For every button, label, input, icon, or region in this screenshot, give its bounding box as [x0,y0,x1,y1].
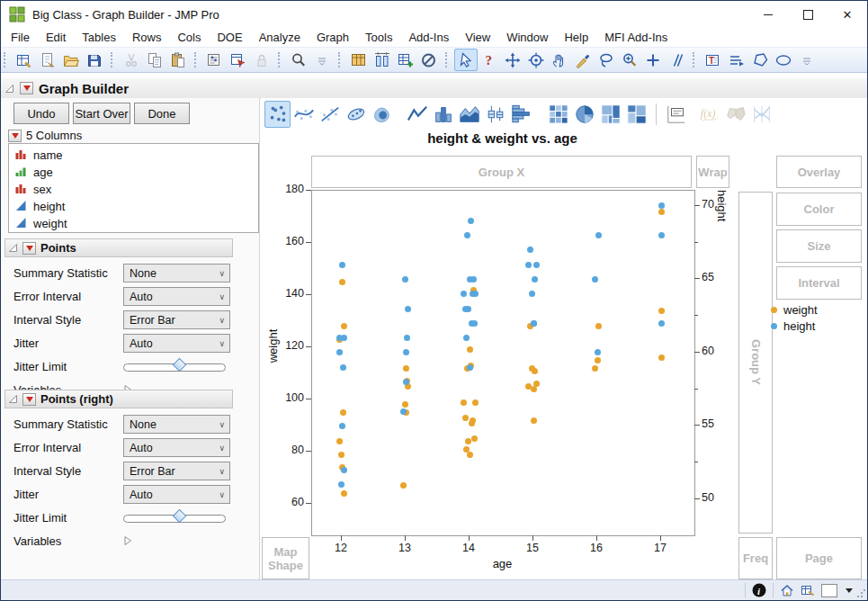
data-point-weight[interactable] [532,368,538,374]
exclude-icon[interactable] [417,49,441,71]
element-box-plot-icon[interactable] [482,101,508,128]
toolbar-group-handle[interactable] [445,52,451,67]
error-interval-select[interactable]: Auto∨ [123,438,230,457]
done-button[interactable]: Done [134,103,190,124]
paste-icon[interactable] [166,49,190,71]
help-icon[interactable]: ? [478,49,501,71]
data-point-weight[interactable] [400,482,407,489]
toolbar-overflow-icon[interactable] [795,49,819,71]
interval-style-select[interactable]: Error Bar∨ [123,310,230,329]
panel-header-points-right[interactable]: Points (right) [4,390,233,408]
menu-doe[interactable]: DOE [209,29,250,46]
save-icon[interactable] [83,49,106,71]
data-point-weight[interactable] [595,357,601,363]
menu-cols[interactable]: Cols [169,29,209,46]
data-point-height[interactable] [525,262,532,268]
element-line-of-fit-icon[interactable] [317,101,343,128]
data-point-weight[interactable] [465,438,471,444]
menu-add-ins[interactable]: Add-Ins [400,29,457,46]
menu-tools[interactable]: Tools [357,29,400,46]
data-point-height[interactable] [400,408,407,415]
data-point-height[interactable] [592,276,598,283]
red-triangle-menu-icon[interactable] [22,242,36,255]
data-point-height[interactable] [658,202,665,209]
data-point-height[interactable] [403,379,409,385]
data-point-weight[interactable] [403,365,409,372]
data-point-weight[interactable] [531,417,537,424]
data-point-height[interactable] [338,481,345,488]
data-point-height[interactable] [658,320,665,327]
element-heatmap-icon[interactable] [545,101,571,128]
line-annotation-icon[interactable] [725,49,748,71]
data-point-height[interactable] [405,306,411,312]
data-point-height[interactable] [532,276,538,283]
legend-item-weight[interactable]: weight [771,301,818,318]
graph-builder-outline-header[interactable]: Graph Builder [1,78,867,99]
data-point-height[interactable] [464,232,470,238]
column-item-age[interactable]: age [9,164,258,181]
data-point-weight[interactable] [595,323,602,329]
menu-edit[interactable]: Edit [38,29,74,46]
data-point-weight[interactable] [341,323,347,329]
element-area-icon[interactable] [456,101,482,128]
jitter-select[interactable]: Auto∨ [123,334,230,353]
data-point-height[interactable] [472,291,479,297]
drop-zone-group-y[interactable]: Group Y [738,192,773,534]
data-point-height[interactable] [533,262,540,268]
element-histogram-icon[interactable] [508,101,534,128]
data-point-height[interactable] [595,232,602,238]
right-y-axis-title[interactable]: height [715,190,729,534]
start-over-button[interactable]: Start Over [73,103,130,124]
outline-disclosure-icon[interactable] [4,84,14,94]
display-swatch-icon[interactable] [821,584,837,597]
error-interval-select[interactable]: Auto∨ [123,287,230,306]
scatter-plot-area[interactable] [311,190,695,536]
data-point-height[interactable] [595,349,601,355]
drop-zone-interval[interactable]: Interval [776,266,862,300]
menu-view[interactable]: View [457,29,498,46]
brush-icon[interactable] [571,49,595,71]
data-point-weight[interactable] [658,209,665,215]
data-point-height[interactable] [340,364,346,371]
menu-file[interactable]: File [3,29,38,46]
preferences-icon[interactable] [203,49,227,71]
red-triangle-menu-icon[interactable] [22,393,36,406]
data-point-height[interactable] [471,320,478,327]
window-close-button[interactable]: ✕ [828,1,867,28]
data-point-weight[interactable] [339,279,345,285]
toolbar-group-handle[interactable] [693,52,698,67]
data-point-weight[interactable] [658,308,665,314]
element-pie-icon[interactable] [571,101,597,128]
drop-zone-color[interactable]: Color [776,193,862,226]
data-table-icon[interactable] [347,49,371,71]
column-item-sex[interactable]: sex [9,181,258,198]
new-data-table-icon[interactable] [13,49,36,71]
interval-style-select[interactable]: Error Bar∨ [123,462,230,480]
data-point-weight[interactable] [463,446,470,453]
menu-window[interactable]: Window [498,29,556,46]
column-widths-icon[interactable] [371,49,394,71]
column-item-weight[interactable]: weight [9,215,258,232]
data-point-weight[interactable] [341,490,347,497]
data-point-height[interactable] [341,467,347,473]
drop-zone-group-x[interactable]: Group X [311,156,692,188]
drop-zone-page[interactable]: Page [776,537,862,579]
variables-disclosure-icon[interactable] [123,534,132,550]
window-maximize-button[interactable] [788,1,828,28]
data-point-height[interactable] [463,335,470,341]
plus-tool-icon[interactable] [641,49,665,71]
toolbar-group-handle[interactable] [111,52,116,67]
data-point-height[interactable] [467,276,473,283]
data-point-height[interactable] [658,232,665,238]
toolbar-group-handle[interactable] [338,52,344,67]
summary-statistic-select[interactable]: None∨ [123,264,230,283]
window-manager-icon[interactable] [801,583,815,597]
drop-zone-wrap[interactable]: Wrap [696,156,729,188]
drop-zone-freq[interactable]: Freq [738,537,773,579]
data-point-weight[interactable] [658,354,665,361]
data-point-height[interactable] [468,218,474,224]
lasso-icon[interactable] [595,49,618,71]
data-point-weight[interactable] [531,386,537,392]
data-point-weight[interactable] [470,417,476,424]
bullseye-icon[interactable] [524,49,548,71]
